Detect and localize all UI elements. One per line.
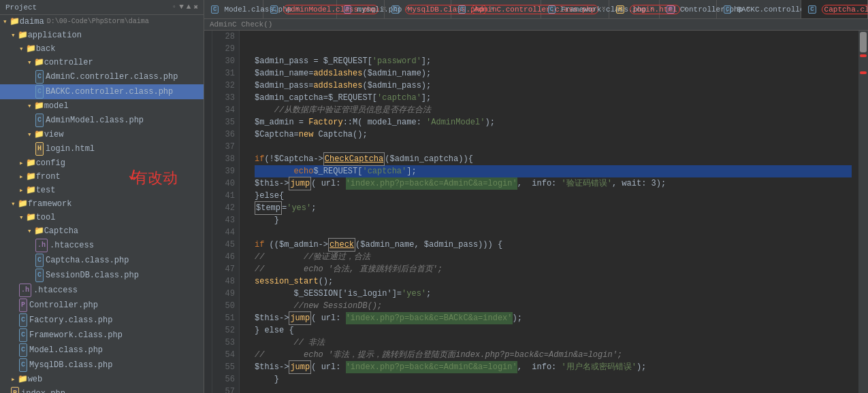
tree-item-application[interactable]: ▾ 📁 application — [0, 29, 204, 42]
line-number-57: 57 — [216, 386, 235, 393]
tree-item-factory[interactable]: C Factory.class.php — [0, 313, 204, 328]
folder-icon-view: 📁 — [34, 129, 44, 141]
line-number-35: 35 — [216, 116, 235, 129]
line-number-42: 42 — [216, 202, 235, 214]
tree-item-captcha-class[interactable]: C Captcha.class.php — [0, 253, 204, 268]
tree-item-backc-ctrl[interactable]: C BACKC.controller.class.php — [0, 84, 204, 99]
code-line-30: $admin_pass=addslashes($admin_pass); — [255, 80, 852, 92]
tree-label-framework: framework — [28, 198, 72, 210]
code-editor[interactable]: $admin_pass = $_REQUEST['password']; $ad… — [248, 31, 858, 393]
tree-item-controller-fw[interactable]: P Controller.php — [0, 298, 204, 313]
tree-item-captcha-folder[interactable]: ▾ 📁 Captcha — [0, 224, 204, 238]
tree-item-model-class[interactable]: C Model.class.php — [0, 343, 204, 358]
tab-mysqldb[interactable]: C MysqlDB.class.php × — [385, 0, 451, 18]
line-numbers: 2829303132333435363738394041424344454647… — [212, 31, 240, 393]
line-number-50: 50 — [216, 300, 235, 312]
folder-expand-icon-test: ▸ — [19, 184, 24, 196]
tree-path-daima: D:\00-Code\PhpStorm\daima — [47, 16, 149, 28]
code-line-38: $this->jump( url: 'index.php?p=back&c=Ad… — [255, 177, 852, 190]
tree-item-index-php[interactable]: P index.php — [0, 386, 204, 393]
file-icon-mysqldb: C — [19, 358, 27, 372]
tree-label-adminc-ctrl: AdminC.controller.class.php — [46, 71, 178, 83]
tab-controller[interactable]: P Controller.php × — [660, 0, 717, 18]
code-line-29: $admin_name=addslashes($admin_name); — [255, 67, 852, 80]
tree-label-daima: daima — [20, 16, 44, 28]
editor-main-area: C Model.class.php × C AdminModel.class.p… — [204, 0, 868, 393]
tree-item-htaccess-captcha[interactable]: .h .htaccess — [0, 238, 204, 253]
tab-adminmodel[interactable]: C AdminModel.class.php × — [263, 0, 337, 18]
tree-item-tool[interactable]: ▾ 📁 tool — [0, 211, 204, 224]
editor-area: 2829303132333435363738394041424344454647… — [204, 31, 868, 393]
folder-icon-test: 📁 — [26, 184, 36, 196]
tree-label-htaccess-root: .htaccess — [33, 284, 78, 296]
panel-icon-4[interactable]: ✖ — [193, 3, 198, 12]
tree-item-test[interactable]: ▸ 📁 test — [0, 184, 204, 197]
tree-item-config[interactable]: ▸ 📁 config — [0, 156, 204, 170]
code-line-46: session_start(); — [255, 275, 852, 288]
folder-icon-config: 📁 — [26, 157, 36, 169]
tab-icon-framework: C — [548, 5, 556, 14]
folder-expand-icon-app: ▾ — [11, 29, 16, 41]
tab-framework[interactable]: C Framework.class.php × — [541, 0, 610, 18]
code-line-36: if(!$Captcha->CheckCaptcha($admin_captch… — [255, 153, 852, 165]
scrollbar-thumb[interactable] — [860, 32, 867, 52]
tab-login[interactable]: H login.html × — [609, 0, 660, 18]
file-icon-index-php: P — [11, 387, 19, 393]
tree-item-daima[interactable]: ▾ 📁 daima D:\00-Code\PhpStorm\daima — [0, 15, 204, 29]
tree-label-application: application — [28, 29, 82, 41]
folder-expand-icon-view: ▾ — [27, 129, 32, 141]
folder-icon-daima: 📁 — [10, 16, 20, 28]
line-number-33: 33 — [216, 92, 235, 104]
code-line-39: }else{ — [255, 190, 852, 202]
file-icon-sessiondb: C — [35, 269, 44, 282]
tab-captcha[interactable]: C Captcha.class.php × — [801, 0, 868, 18]
tab-model[interactable]: C Model.class.php × — [204, 0, 263, 18]
folder-icon-ctrl: 📁 — [34, 56, 44, 69]
line-number-34: 34 — [216, 104, 235, 116]
line-number-44: 44 — [216, 226, 235, 239]
file-icon-adminc: C — [35, 70, 44, 84]
tree-item-adminmodel[interactable]: C AdminModel.class.php — [0, 113, 204, 128]
line-number-40: 40 — [216, 177, 235, 190]
tree-item-sessiondb[interactable]: C SessionDB.class.php — [0, 268, 204, 283]
line-number-31: 31 — [216, 67, 235, 80]
tree-item-web[interactable]: ▸ 📁 web — [0, 373, 204, 386]
tree-item-framework-class[interactable]: C Framework.class.php — [0, 328, 204, 343]
tree-item-login-html[interactable]: H login.html — [0, 141, 204, 156]
code-line-31: $admin_captcha=$_REQUEST['captcha']; — [255, 92, 852, 104]
tree-item-front[interactable]: ▸ 📁 front — [0, 170, 204, 184]
folder-expand-icon-front: ▸ — [19, 171, 24, 183]
tree-item-back[interactable]: ▾ 📁 back — [0, 42, 204, 56]
tab-mysqli[interactable]: P mysqli.php × — [337, 0, 385, 18]
folder-icon-fw: 📁 — [18, 198, 28, 210]
tree-label-model-back: model — [44, 100, 69, 112]
code-line-37: echo $_REQUEST['captcha']; — [255, 165, 852, 177]
panel-icon-3[interactable]: ▲ — [187, 3, 191, 12]
tab-adminc[interactable]: C AdminC.controller.class.php × — [451, 0, 541, 18]
tree-item-controller-back[interactable]: ▾ 📁 controller — [0, 56, 204, 69]
breadcrumb-bar: AdminC Check() — [204, 19, 868, 31]
scrollbar-track[interactable] — [858, 31, 868, 393]
tree-item-adminc-ctrl[interactable]: C AdminC.controller.class.php — [0, 69, 204, 84]
tree-label-view-back: view — [44, 129, 64, 141]
tab-backc[interactable]: C BACKC.controller.class.php × — [717, 0, 801, 18]
tree-label-backc-ctrl: BACKC.controller.class.php — [46, 86, 173, 98]
file-icon-captcha-class: C — [35, 254, 44, 267]
tree-label-captcha-folder: Captcha — [44, 225, 78, 237]
tab-label-captcha: Captcha.class.php — [822, 5, 868, 14]
tree-item-view-back[interactable]: ▾ 📁 view — [0, 128, 204, 141]
tree-item-htaccess-root[interactable]: .h .htaccess — [0, 283, 204, 298]
file-icon-htaccess-root: .h — [19, 284, 31, 297]
line-number-28: 28 — [216, 31, 235, 43]
tree-item-framework[interactable]: ▾ 📁 framework — [0, 197, 204, 211]
line-number-47: 47 — [216, 263, 235, 275]
panel-icon-2[interactable]: ▼ — [179, 3, 184, 12]
panel-icon-1[interactable]: ◦ — [172, 3, 177, 12]
tree-label-controller-back: controller — [44, 56, 93, 69]
tab-icon-adminmodel: C — [270, 5, 278, 14]
code-line-53: $this->jump( url: 'index.php?p=back&c=Ad… — [255, 361, 852, 373]
tree-item-mysqldb[interactable]: C MysqlDB.class.php — [0, 358, 204, 373]
code-line-32: //从数据库中验证管理员信息是否存在合法 — [255, 104, 852, 116]
tab-icon-adminc: C — [458, 5, 466, 14]
tree-item-model-back[interactable]: ▾ 📁 model — [0, 99, 204, 113]
